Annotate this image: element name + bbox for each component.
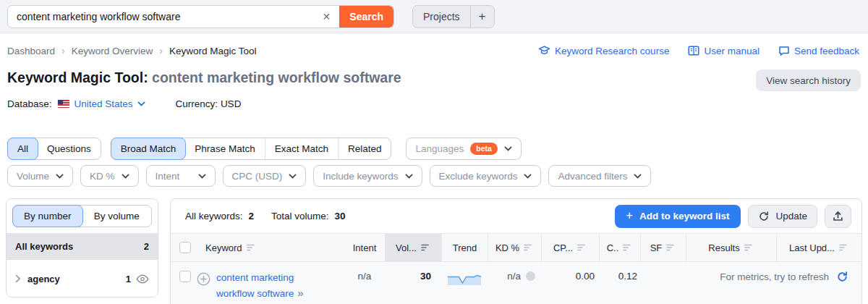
advanced-filters[interactable]: Advanced filters <box>548 165 651 187</box>
competition-cell: 0.12 <box>599 271 640 282</box>
open-keyword-icon[interactable]: » <box>297 287 302 299</box>
projects-button[interactable]: Projects <box>413 6 470 28</box>
trend-cell <box>441 271 488 285</box>
export-icon <box>832 210 844 222</box>
total-volume-value: 30 <box>335 211 346 221</box>
column-header-cpc[interactable]: CP... <box>541 234 599 261</box>
chevron-down-icon <box>56 174 64 179</box>
results-summary-bar: All keywords: 2 Total volume: 30 + Add t… <box>171 199 861 233</box>
search-input[interactable] <box>8 6 314 28</box>
column-header-keyword[interactable]: Keyword <box>197 234 344 261</box>
column-label: Keyword <box>205 242 242 253</box>
select-all-cell <box>171 242 197 253</box>
tab-related[interactable]: Related <box>339 138 391 159</box>
kd-filter[interactable]: KD % <box>80 165 139 187</box>
chevron-down-icon <box>405 174 413 179</box>
by-number-toggle[interactable]: By number <box>12 205 83 227</box>
row-select-cell <box>171 271 197 282</box>
column-header-volume[interactable]: Vol... <box>385 234 441 261</box>
table-header-row: Keyword Intent Vol... Trend KD % CP... C… <box>171 233 861 262</box>
volume-filter[interactable]: Volume <box>7 165 73 187</box>
update-button[interactable]: Update <box>748 205 817 228</box>
column-label: SF <box>650 242 663 253</box>
tab-exact-match[interactable]: Exact Match <box>265 138 339 159</box>
plus-icon: + <box>626 209 633 222</box>
chevron-down-icon <box>634 174 642 179</box>
all-keywords-group-row[interactable]: All keywords 2 <box>7 233 158 260</box>
page-title-prefix: Keyword Magic Tool: <box>7 69 148 85</box>
column-header-intent[interactable]: Intent <box>344 234 385 261</box>
sort-icon <box>744 244 754 251</box>
view-search-history-button[interactable]: View search history <box>756 69 861 91</box>
keyword-link[interactable]: content marketing workflow software» <box>216 271 315 300</box>
column-header-sf[interactable]: SF <box>640 234 686 261</box>
sort-icon-active <box>421 244 431 251</box>
page-title-query: content marketing workflow software <box>152 69 401 85</box>
intent-filter[interactable]: Intent <box>146 165 216 187</box>
match-tab-group: Broad Match Phrase Match Exact Match Rel… <box>111 138 392 160</box>
include-keywords-filter[interactable]: Include keywords <box>313 165 422 187</box>
by-volume-toggle[interactable]: By volume <box>82 206 152 227</box>
column-header-competition[interactable]: C.. <box>599 234 640 261</box>
beta-badge: beta <box>470 143 498 155</box>
database-label: Database: <box>7 98 52 109</box>
refresh-icon[interactable] <box>836 271 848 283</box>
sort-icon <box>666 244 676 251</box>
column-label: Intent <box>353 242 377 253</box>
chevron-down-icon <box>198 174 206 179</box>
add-to-keyword-list-button[interactable]: + Add to keyword list <box>615 205 741 228</box>
search-button[interactable]: Search <box>339 6 393 28</box>
tab-phrase-match[interactable]: Phrase Match <box>185 138 265 159</box>
breadcrumb-current-page: Keyword Magic Tool <box>169 46 257 56</box>
quick-links: Keyword Research course User manual Send… <box>538 46 859 56</box>
us-flag-icon <box>58 100 69 108</box>
user-manual-link[interactable]: User manual <box>688 46 760 56</box>
column-label: KD % <box>495 242 519 253</box>
quick-link-label: Keyword Research course <box>555 46 669 56</box>
export-button[interactable] <box>825 205 851 228</box>
row-checkbox[interactable] <box>179 271 191 282</box>
clear-search-icon[interactable]: ✕ <box>314 6 340 28</box>
column-header-results[interactable]: Results <box>686 234 776 261</box>
add-project-button[interactable]: + <box>470 6 494 28</box>
cpc-filter[interactable]: CPC (USD) <box>223 165 307 187</box>
column-header-trend: Trend <box>441 234 488 261</box>
scope-tab-group: All Questions <box>7 138 101 160</box>
chevron-down-icon <box>504 146 512 151</box>
table-row: content marketing workflow software» n/a… <box>171 262 861 304</box>
languages-dropdown[interactable]: Languages beta <box>406 138 521 160</box>
group-label: All keywords <box>15 241 73 252</box>
breadcrumb-row: Dashboard › Keyword Overview › Keyword M… <box>7 38 859 64</box>
chevron-right-icon: › <box>159 45 163 56</box>
column-header-kd[interactable]: KD % <box>488 234 541 261</box>
top-search-bar: ✕ Search Projects + <box>0 0 868 33</box>
column-label: Vol... <box>396 242 417 253</box>
agency-group-row[interactable]: agency 1 <box>7 260 158 297</box>
send-feedback-link[interactable]: Send feedback <box>778 46 859 56</box>
eye-icon[interactable] <box>136 274 149 284</box>
chat-bubble-icon <box>778 46 790 56</box>
cpc-cell: 0.00 <box>541 271 599 282</box>
tab-questions[interactable]: Questions <box>38 138 101 159</box>
keyword-text: content marketing workflow software <box>216 272 294 299</box>
exclude-keywords-filter[interactable]: Exclude keywords <box>430 165 542 187</box>
intent-cell: n/a <box>344 271 385 282</box>
select-all-checkbox[interactable] <box>179 242 191 253</box>
breadcrumb-keyword-overview[interactable]: Keyword Overview <box>72 46 153 56</box>
tab-all[interactable]: All <box>7 138 38 160</box>
group-label: agency <box>27 274 60 284</box>
breadcrumb-dashboard[interactable]: Dashboard <box>7 46 55 56</box>
filter-label: Intent <box>156 171 180 182</box>
database-selector[interactable]: United States <box>75 98 145 109</box>
plus-circle-icon[interactable] <box>197 272 210 286</box>
sort-icon <box>524 244 534 251</box>
column-header-last-update[interactable]: Last Upd... <box>776 234 861 261</box>
chevron-down-icon <box>122 174 129 179</box>
keyword-research-course-link[interactable]: Keyword Research course <box>538 46 669 56</box>
filter-label: Advanced filters <box>558 171 627 182</box>
tab-broad-match[interactable]: Broad Match <box>111 138 187 160</box>
total-volume-label: Total volume: <box>271 211 329 221</box>
quick-link-label: Send feedback <box>794 46 859 56</box>
database-currency-row: Database: United States Currency: USD <box>7 98 241 109</box>
sort-icon <box>839 244 849 251</box>
